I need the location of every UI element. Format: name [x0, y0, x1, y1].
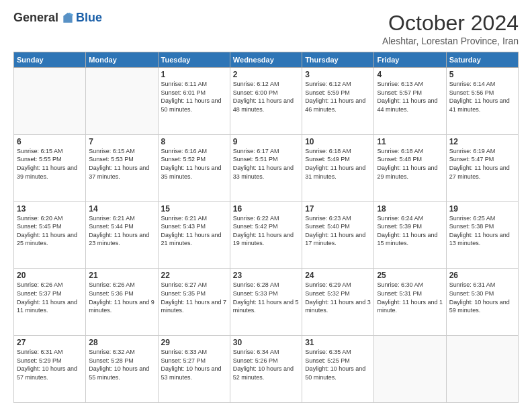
- day-number: 16: [233, 204, 299, 214]
- day-number: 25: [377, 271, 443, 280]
- day-info: Sunrise: 6:13 AMSunset: 5:57 PMDaylight:…: [377, 80, 443, 113]
- day-info: Sunrise: 6:21 AMSunset: 5:44 PMDaylight:…: [89, 214, 154, 248]
- day-number: 28: [89, 338, 154, 347]
- day-info: Sunrise: 6:18 AMSunset: 5:48 PMDaylight:…: [377, 147, 443, 181]
- day-number: 23: [233, 271, 299, 280]
- header-friday: Friday: [374, 52, 446, 68]
- day-number: 7: [89, 137, 154, 146]
- table-row: 22Sunrise: 6:27 AMSunset: 5:35 PMDayligh…: [158, 269, 230, 336]
- day-info: Sunrise: 6:34 AMSunset: 5:26 PMDaylight:…: [233, 348, 299, 381]
- day-info: Sunrise: 6:18 AMSunset: 5:49 PMDaylight:…: [305, 147, 371, 181]
- day-info: Sunrise: 6:20 AMSunset: 5:45 PMDaylight:…: [17, 214, 83, 248]
- day-number: 6: [17, 137, 83, 146]
- table-row: 8Sunrise: 6:16 AMSunset: 5:52 PMDaylight…: [158, 134, 230, 201]
- table-row: 17Sunrise: 6:23 AMSunset: 5:40 PMDayligh…: [302, 201, 374, 269]
- day-info: Sunrise: 6:21 AMSunset: 5:43 PMDaylight:…: [161, 214, 227, 248]
- day-number: 31: [305, 338, 371, 347]
- day-info: Sunrise: 6:24 AMSunset: 5:39 PMDaylight:…: [377, 214, 443, 248]
- day-info: Sunrise: 6:26 AMSunset: 5:36 PMDaylight:…: [89, 281, 154, 314]
- table-row: 16Sunrise: 6:22 AMSunset: 5:42 PMDayligh…: [230, 201, 302, 269]
- day-number: 15: [161, 204, 227, 214]
- day-info: Sunrise: 6:19 AMSunset: 5:47 PMDaylight:…: [449, 147, 515, 181]
- table-row: 29Sunrise: 6:33 AMSunset: 5:27 PMDayligh…: [158, 336, 230, 403]
- day-number: 11: [377, 137, 443, 146]
- day-number: 13: [17, 204, 83, 214]
- day-number: 24: [305, 271, 371, 280]
- day-number: 12: [449, 137, 515, 146]
- day-info: Sunrise: 6:12 AMSunset: 5:59 PMDaylight:…: [305, 80, 371, 113]
- table-row: 2Sunrise: 6:12 AMSunset: 6:00 PMDaylight…: [230, 68, 302, 135]
- day-number: 19: [449, 204, 515, 214]
- table-row: 4Sunrise: 6:13 AMSunset: 5:57 PMDaylight…: [374, 68, 446, 135]
- day-number: 4: [377, 70, 443, 79]
- day-info: Sunrise: 6:35 AMSunset: 5:25 PMDaylight:…: [305, 348, 371, 381]
- day-info: Sunrise: 6:16 AMSunset: 5:52 PMDaylight:…: [161, 147, 227, 181]
- day-info: Sunrise: 6:23 AMSunset: 5:40 PMDaylight:…: [305, 214, 371, 248]
- table-row: 12Sunrise: 6:19 AMSunset: 5:47 PMDayligh…: [446, 134, 518, 201]
- day-number: 17: [305, 204, 371, 214]
- day-info: Sunrise: 6:29 AMSunset: 5:32 PMDaylight:…: [305, 281, 371, 314]
- day-info: Sunrise: 6:31 AMSunset: 5:30 PMDaylight:…: [449, 281, 515, 314]
- header-tuesday: Tuesday: [158, 52, 230, 68]
- day-number: 30: [233, 338, 299, 347]
- header: General Blue October 2024 Aleshtar, Lore…: [13, 11, 519, 46]
- table-row: [86, 68, 158, 135]
- day-info: Sunrise: 6:14 AMSunset: 5:56 PMDaylight:…: [449, 80, 515, 113]
- day-info: Sunrise: 6:27 AMSunset: 5:35 PMDaylight:…: [161, 281, 227, 314]
- day-number: 29: [161, 338, 227, 347]
- table-row: 20Sunrise: 6:26 AMSunset: 5:37 PMDayligh…: [14, 269, 86, 336]
- logo-general-text: General: [13, 11, 58, 25]
- logo: General Blue: [13, 11, 102, 25]
- day-info: Sunrise: 6:31 AMSunset: 5:29 PMDaylight:…: [17, 348, 83, 381]
- table-row: 28Sunrise: 6:32 AMSunset: 5:28 PMDayligh…: [86, 336, 158, 403]
- day-number: 18: [377, 204, 443, 214]
- day-info: Sunrise: 6:12 AMSunset: 6:00 PMDaylight:…: [233, 80, 299, 113]
- table-row: 30Sunrise: 6:34 AMSunset: 5:26 PMDayligh…: [230, 336, 302, 403]
- day-info: Sunrise: 6:25 AMSunset: 5:38 PMDaylight:…: [449, 214, 515, 248]
- table-row: [446, 336, 518, 403]
- table-row: 18Sunrise: 6:24 AMSunset: 5:39 PMDayligh…: [374, 201, 446, 269]
- day-info: Sunrise: 6:33 AMSunset: 5:27 PMDaylight:…: [161, 348, 227, 381]
- table-row: 1Sunrise: 6:11 AMSunset: 6:01 PMDaylight…: [158, 68, 230, 135]
- logo-blue-text: Blue: [76, 11, 102, 25]
- table-row: 21Sunrise: 6:26 AMSunset: 5:36 PMDayligh…: [86, 269, 158, 336]
- day-info: Sunrise: 6:26 AMSunset: 5:37 PMDaylight:…: [17, 281, 83, 314]
- day-number: 10: [305, 137, 371, 146]
- day-number: 26: [449, 271, 515, 280]
- location-subtitle: Aleshtar, Lorestan Province, Iran: [382, 36, 519, 46]
- day-number: 20: [17, 271, 83, 280]
- day-number: 2: [233, 70, 299, 79]
- table-row: 10Sunrise: 6:18 AMSunset: 5:49 PMDayligh…: [302, 134, 374, 201]
- day-number: 8: [161, 137, 227, 146]
- table-row: 5Sunrise: 6:14 AMSunset: 5:56 PMDaylight…: [446, 68, 518, 135]
- table-row: 14Sunrise: 6:21 AMSunset: 5:44 PMDayligh…: [86, 201, 158, 269]
- day-info: Sunrise: 6:30 AMSunset: 5:31 PMDaylight:…: [377, 281, 443, 314]
- table-row: 19Sunrise: 6:25 AMSunset: 5:38 PMDayligh…: [446, 201, 518, 269]
- calendar-week-row: 27Sunrise: 6:31 AMSunset: 5:29 PMDayligh…: [14, 336, 519, 403]
- day-info: Sunrise: 6:17 AMSunset: 5:51 PMDaylight:…: [233, 147, 299, 181]
- day-info: Sunrise: 6:22 AMSunset: 5:42 PMDaylight:…: [233, 214, 299, 248]
- table-row: [14, 68, 86, 135]
- table-row: 15Sunrise: 6:21 AMSunset: 5:43 PMDayligh…: [158, 201, 230, 269]
- day-number: 1: [161, 70, 227, 79]
- title-section: October 2024 Aleshtar, Lorestan Province…: [382, 11, 519, 46]
- calendar-table: Sunday Monday Tuesday Wednesday Thursday…: [13, 52, 519, 403]
- day-number: 9: [233, 137, 299, 146]
- table-row: 13Sunrise: 6:20 AMSunset: 5:45 PMDayligh…: [14, 201, 86, 269]
- day-info: Sunrise: 6:32 AMSunset: 5:28 PMDaylight:…: [89, 348, 154, 381]
- calendar-week-row: 20Sunrise: 6:26 AMSunset: 5:37 PMDayligh…: [14, 269, 519, 336]
- calendar-header-row: Sunday Monday Tuesday Wednesday Thursday…: [14, 52, 519, 68]
- day-info: Sunrise: 6:15 AMSunset: 5:53 PMDaylight:…: [89, 147, 154, 181]
- table-row: 9Sunrise: 6:17 AMSunset: 5:51 PMDaylight…: [230, 134, 302, 201]
- header-sunday: Sunday: [14, 52, 86, 68]
- table-row: 11Sunrise: 6:18 AMSunset: 5:48 PMDayligh…: [374, 134, 446, 201]
- logo-icon: [61, 11, 75, 25]
- table-row: 27Sunrise: 6:31 AMSunset: 5:29 PMDayligh…: [14, 336, 86, 403]
- month-title: October 2024: [382, 11, 519, 36]
- calendar-week-row: 6Sunrise: 6:15 AMSunset: 5:55 PMDaylight…: [14, 134, 519, 201]
- page: General Blue October 2024 Aleshtar, Lore…: [0, 0, 532, 411]
- calendar-week-row: 1Sunrise: 6:11 AMSunset: 6:01 PMDaylight…: [14, 68, 519, 135]
- header-saturday: Saturday: [446, 52, 518, 68]
- day-number: 27: [17, 338, 83, 347]
- table-row: 26Sunrise: 6:31 AMSunset: 5:30 PMDayligh…: [446, 269, 518, 336]
